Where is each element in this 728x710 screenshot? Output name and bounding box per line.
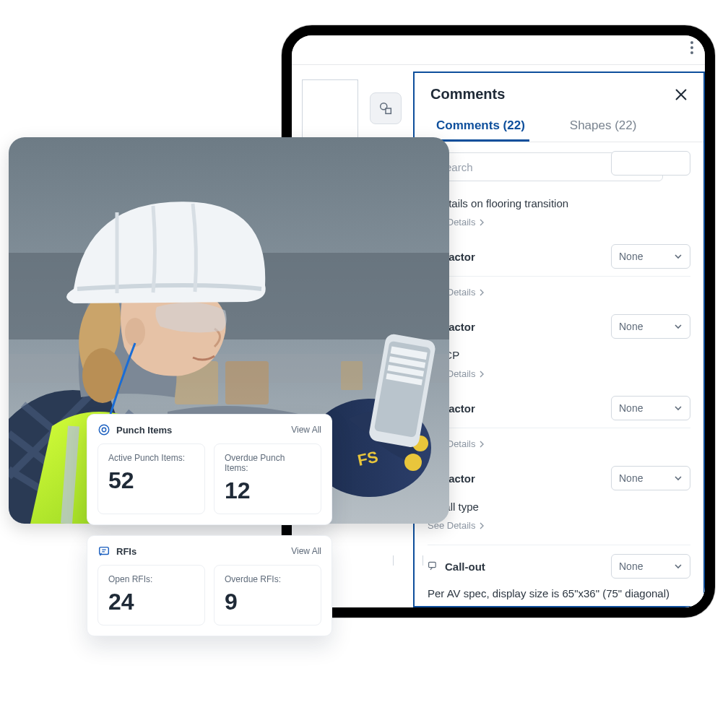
callout-row: Call-out None <box>428 548 690 581</box>
comment-text: e wall type <box>428 501 690 513</box>
divider <box>428 428 690 428</box>
chevron-right-icon <box>478 441 485 448</box>
canvas-doc-fragment <box>393 555 423 566</box>
svg-rect-8 <box>341 361 363 390</box>
metric-active-punch: Active Punch Items: 52 <box>98 443 205 514</box>
assignee-dropdown[interactable]: None <box>611 396 690 420</box>
callout-note: Per AV spec, display size is 65"x36" (75… <box>428 581 690 599</box>
comment-text: e details on flooring transition <box>428 197 690 209</box>
metric-label: Overdue RFIs: <box>225 574 311 584</box>
comments-title: Comments <box>430 86 505 103</box>
chevron-right-icon <box>478 522 485 529</box>
comment-item: e details on flooring transition See Det… <box>428 191 690 238</box>
assignee-dropdown[interactable]: None <box>611 244 690 269</box>
metric-open-rfis: Open RFIs: 24 <box>98 565 205 625</box>
punch-items-icon <box>98 423 110 436</box>
metric-value: 24 <box>108 590 194 613</box>
callout-label: Call-out <box>445 560 485 573</box>
callout-icon <box>428 560 439 572</box>
comment-item: See Details <box>428 431 690 460</box>
ghost-dropdown[interactable] <box>611 151 690 176</box>
card-rfis: RFIs View All Open RFIs: 24 Overdue RFIs… <box>87 535 332 636</box>
card-punch-items: Punch Items View All Active Punch Items:… <box>87 414 332 525</box>
assignee-row: ontractor None <box>428 238 690 273</box>
chevron-right-icon <box>478 289 485 296</box>
metric-value: 9 <box>225 590 311 613</box>
chevron-down-icon <box>674 252 682 261</box>
assignee-row: ontractor None <box>428 308 690 343</box>
close-icon[interactable] <box>673 87 689 103</box>
chevron-down-icon <box>674 404 682 412</box>
comment-text: e RCP <box>428 349 690 361</box>
assignee-row: ontractor None <box>428 460 690 495</box>
svg-rect-1 <box>386 108 391 113</box>
metric-value: 52 <box>108 469 194 492</box>
app-topbar <box>292 35 705 60</box>
assignee-dropdown[interactable]: None <box>611 466 690 490</box>
metric-label: Active Punch Items: <box>108 453 194 463</box>
metric-overdue-rfis: Overdue RFIs: 9 <box>214 565 321 625</box>
view-all-link[interactable]: View All <box>291 546 321 556</box>
rfi-icon <box>98 545 110 558</box>
divider <box>428 545 690 545</box>
dropdown-value: None <box>619 472 643 484</box>
svg-point-10 <box>125 318 145 347</box>
comments-panel: Comments Comments (22) Shapes (22) Searc… <box>413 72 705 607</box>
document-thumbnail[interactable] <box>302 79 358 140</box>
more-menu-icon[interactable] <box>686 37 698 59</box>
metric-overdue-punch: Overdue Punch Items: 12 <box>214 443 321 514</box>
callout-dropdown[interactable]: None <box>611 554 690 579</box>
assignee-dropdown[interactable]: None <box>611 314 690 339</box>
shapes-icon <box>378 100 394 116</box>
chevron-right-icon <box>478 371 485 378</box>
tab-comments[interactable]: Comments (22) <box>432 111 529 142</box>
metric-cards: Punch Items View All Active Punch Items:… <box>87 414 332 636</box>
card-title: RFIs <box>116 546 136 557</box>
tab-shapes[interactable]: Shapes (22) <box>566 111 641 142</box>
dropdown-value: None <box>619 321 643 332</box>
comments-tabs: Comments (22) Shapes (22) <box>415 111 703 142</box>
assignee-row: ontractor None <box>428 390 690 425</box>
divider <box>428 276 690 277</box>
svg-point-15 <box>404 454 422 471</box>
comment-item: e wall type See Details <box>428 495 690 542</box>
metric-label: Open RFIs: <box>108 574 194 584</box>
view-all-link[interactable]: View All <box>291 425 321 435</box>
dropdown-value: None <box>619 251 643 262</box>
card-title: Punch Items <box>116 425 172 436</box>
comment-item: See Details <box>428 280 690 308</box>
comments-panel-header: Comments <box>415 73 703 111</box>
chevron-down-icon <box>674 562 682 571</box>
comments-list: e details on flooring transition See Det… <box>415 191 703 606</box>
chevron-down-icon <box>674 322 682 331</box>
metric-label: Overdue Punch Items: <box>225 453 311 473</box>
svg-point-23 <box>102 428 105 431</box>
dropdown-value: None <box>619 560 643 572</box>
shapes-tool-button[interactable] <box>370 92 402 124</box>
svg-rect-7 <box>225 361 269 404</box>
comment-item: e RCP See Details <box>428 343 690 390</box>
dropdown-value: None <box>619 402 643 414</box>
metric-value: 12 <box>225 479 311 502</box>
chevron-down-icon <box>674 474 682 482</box>
tablet-camera-notch <box>488 28 509 33</box>
chevron-right-icon <box>478 219 485 226</box>
svg-rect-2 <box>429 562 436 567</box>
svg-point-22 <box>99 425 109 435</box>
